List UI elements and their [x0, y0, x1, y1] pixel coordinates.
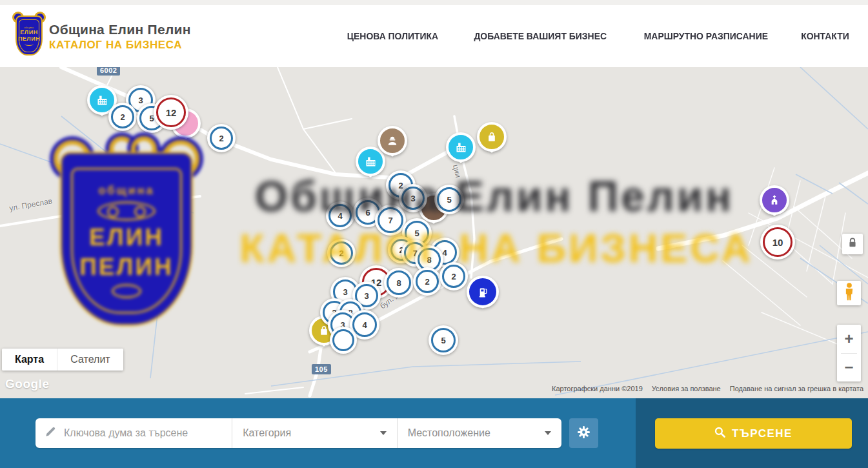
map-cluster-marker[interactable]: 3: [399, 184, 427, 212]
map-cluster-marker[interactable]: 2: [207, 124, 236, 152]
crest-name-line1: ЕЛИН: [20, 30, 37, 36]
category-select-label: Категория: [243, 427, 379, 439]
map-pin-church[interactable]: [760, 185, 789, 215]
search-button[interactable]: ТЪРСЕНЕ: [655, 418, 852, 449]
keyword-search-input[interactable]: [63, 427, 232, 440]
road-shield-label: 105: [312, 364, 331, 374]
pegman-icon: [843, 282, 856, 304]
zoom-in-button[interactable]: +: [837, 325, 861, 353]
main-nav: ЦЕНОВА ПОЛИТИКА ДОБАВЕТЕ ВАШИЯТ БИЗНЕС М…: [342, 5, 852, 67]
map-canvas[interactable]: 6002105ул. Преславбул. „Новоселции 32512…: [0, 67, 868, 398]
road-shield-label: 6002: [97, 67, 120, 76]
category-select[interactable]: Категория: [232, 418, 397, 448]
map-type-map-button[interactable]: Карта: [2, 349, 57, 371]
site-brand: Община Елин Пелин КАТАЛОГ НА БИЗНЕСА: [49, 22, 191, 52]
map-type-satellite-button[interactable]: Сателит: [57, 349, 123, 371]
pencil-icon: [45, 426, 56, 440]
zoom-out-button[interactable]: −: [837, 354, 861, 382]
map-cluster-marker[interactable]: 5: [429, 325, 458, 355]
nav-pricing-policy[interactable]: ЦЕНОВА ПОЛИТИКА: [347, 30, 438, 42]
attribution-copyright: Картографски данни ©2019: [552, 385, 643, 392]
shopping-bag-icon: [485, 130, 498, 143]
church-icon: [768, 194, 781, 207]
map-cluster-marker[interactable]: 12: [154, 95, 188, 130]
gear-icon: [577, 425, 590, 441]
location-select-label: Местоположение: [408, 427, 545, 439]
map-cluster-marker[interactable]: 2: [327, 239, 356, 267]
map-zoom-control: + −: [837, 325, 861, 382]
map-pin-fuel[interactable]: [467, 276, 499, 308]
nav-route-schedule[interactable]: МАРШРУТНО РАЗПИСАНИЕ: [644, 30, 768, 42]
map-pin-worker[interactable]: [378, 126, 407, 156]
factory-icon: [364, 155, 378, 168]
municipality-crest-logo[interactable]: община ЕЛИН ПЕЛИН: [14, 13, 44, 56]
street-view-pegman-button[interactable]: [837, 281, 861, 305]
chevron-down-icon: [545, 431, 551, 435]
search-bar: Категория Местоположение ТЪРСЕНЕ: [0, 398, 868, 468]
map-cluster-marker[interactable]: 2: [413, 267, 441, 296]
map-cluster-marker[interactable]: 4: [326, 201, 354, 230]
map-pin-shopping-bag[interactable]: [477, 122, 507, 152]
map-cluster-marker[interactable]: 8: [384, 268, 414, 298]
attribution-terms-link[interactable]: Условия за ползване: [652, 385, 721, 392]
google-logo[interactable]: Google: [5, 377, 49, 391]
map-cluster-marker[interactable]: 7: [375, 205, 406, 236]
crest-ornament: [25, 43, 34, 46]
chevron-down-icon: [380, 431, 387, 435]
map-cluster-marker[interactable]: 10: [760, 225, 795, 259]
search-input-group: Категория Местоположение: [35, 418, 561, 448]
search-icon: [714, 427, 725, 441]
worker-icon: [386, 134, 399, 147]
page-top-strip: [0, 0, 868, 5]
map-type-control: Карта Сателит: [2, 349, 123, 371]
factory-icon: [454, 141, 468, 154]
nav-add-your-business[interactable]: ДОБАВЕТЕ ВАШИЯТ БИЗНЕС: [474, 30, 607, 42]
attribution-report-link[interactable]: Подаване на сигнал за грешка в картата: [730, 385, 863, 392]
crest-name-line2: ПЕЛИН: [18, 36, 40, 42]
map-cluster-marker[interactable]: 5: [434, 185, 464, 214]
site-subtitle: КАТАЛОГ НА БИЗНЕСА: [49, 39, 191, 52]
map-lock-button[interactable]: [842, 234, 863, 254]
site-header: община ЕЛИН ПЕЛИН Община Елин Пелин КАТА…: [0, 5, 868, 68]
location-select[interactable]: Местоположение: [398, 418, 561, 448]
keyword-field-wrap: [35, 418, 232, 448]
map-cluster-marker[interactable]: [330, 327, 357, 354]
map-attribution: Картографски данни ©2019 Условия за полз…: [552, 385, 863, 392]
search-button-label: ТЪРСЕНЕ: [732, 427, 792, 440]
map-pin-factory[interactable]: [446, 132, 476, 162]
lock-icon: [848, 238, 857, 250]
crest-top-text: община: [24, 26, 34, 28]
nav-contacts[interactable]: КОНТАКТИ: [801, 30, 849, 42]
crest-shield: община ЕЛИН ПЕЛИН: [15, 15, 43, 56]
map-cluster-marker[interactable]: 2: [108, 103, 137, 131]
factory-icon: [96, 94, 109, 107]
map-cluster-marker[interactable]: 2: [439, 262, 468, 290]
site-title: Община Елин Пелин: [49, 22, 191, 37]
advanced-settings-button[interactable]: [569, 418, 598, 448]
fuel-icon: [476, 285, 490, 299]
